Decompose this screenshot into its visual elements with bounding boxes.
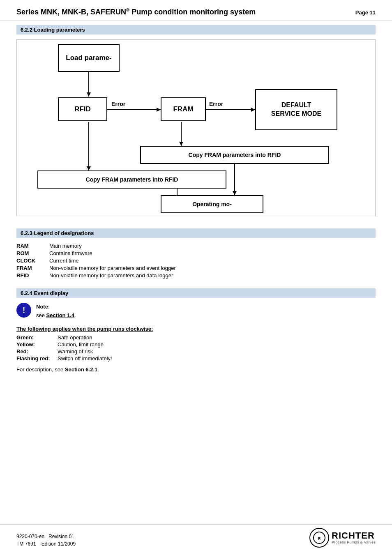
note-label: Note:: [36, 304, 50, 310]
rfid-box: RFID: [58, 97, 107, 121]
error-label-2: Error: [209, 101, 223, 107]
copy-fram-upper-box: Copy FRAM parameters into RFID: [140, 146, 329, 164]
section-623-heading: 6.2.3 Legend of designations: [16, 228, 376, 238]
svg-marker-5: [251, 108, 255, 112]
brand-name: RICHTER: [332, 531, 376, 540]
svg-marker-11: [233, 191, 237, 195]
note-icon: !: [16, 303, 31, 318]
legend-table: RAM Main memory ROM Contains firmware CL…: [16, 243, 376, 279]
footer-left: 9230-070-en Revision 01 TM 7691 Edition …: [16, 533, 76, 548]
svg-marker-7: [179, 142, 183, 146]
svg-marker-3: [157, 108, 161, 112]
section-622-heading: 6.2.2 Loading parameters: [16, 25, 376, 35]
see-section: For description, see Section 6.2.1.: [16, 366, 376, 373]
tm-number: TM 7691: [16, 541, 36, 547]
note-text: Note: see Section 1.4.: [36, 303, 76, 320]
svg-marker-1: [87, 92, 91, 97]
operating-box: Operating mo-: [161, 195, 263, 213]
color-row-red: Red: Warning of risk: [16, 348, 376, 355]
error-label-1: Error: [111, 101, 125, 107]
color-row-flashing-red: Flashing red: Switch off immediately!: [16, 355, 376, 362]
doc-number: 9230-070-en: [16, 534, 44, 539]
copy-fram-lower-box: Copy FRAM parameters into RFID: [37, 170, 226, 189]
edition: Edition 11/2009: [42, 541, 76, 547]
section-623: 6.2.3 Legend of designations RAM Main me…: [16, 228, 376, 279]
page-footer: 9230-070-en Revision 01 TM 7691 Edition …: [0, 524, 392, 548]
default-box: DEFAULT SERVICE MODE: [255, 89, 337, 130]
color-row-green: Green: Safe operation: [16, 334, 376, 341]
legend-row-rom: ROM Contains firmware: [16, 250, 376, 256]
following-applies: The following applies when the pump runs…: [16, 326, 376, 332]
fram-box: FRAM: [161, 97, 206, 121]
page-header: Series MNK, MNK-B, SAFERUN® Pump conditi…: [0, 0, 392, 21]
page-number: Page 11: [355, 9, 376, 16]
brand-sub: Process Pumps & Valves: [332, 540, 376, 544]
revision: Revision 01: [48, 534, 74, 539]
footer-logo: R RICHTER Process Pumps & Valves: [309, 528, 376, 548]
legend-row-fram: FRAM Non-volatile memory for parameters …: [16, 265, 376, 271]
flowchart-diagram: Load parame- RFID Error FRAM Error DEFAU…: [16, 39, 376, 216]
legend-row-rfid: RFID Non-volatile memory for parameters …: [16, 272, 376, 279]
note-box: ! Note: see Section 1.4.: [16, 303, 376, 320]
svg-marker-9: [87, 166, 91, 170]
page-title: Series MNK, MNK-B, SAFERUN® Pump conditi…: [16, 7, 256, 16]
color-table: Green: Safe operation Yellow: Caution, l…: [16, 334, 376, 362]
section-6-2-1-link[interactable]: Section 6.2.1: [65, 366, 97, 373]
legend-row-ram: RAM Main memory: [16, 243, 376, 249]
section-624: 6.2.4 Event display ! Note: see Section …: [16, 288, 376, 373]
section-622: 6.2.2 Loading parameters: [16, 25, 376, 216]
svg-text:R: R: [318, 537, 321, 541]
legend-row-clock: CLOCK Current time: [16, 258, 376, 264]
section-1-4-link[interactable]: Section 1.4: [46, 312, 75, 318]
section-624-heading: 6.2.4 Event display: [16, 288, 376, 298]
color-row-yellow: Yellow: Caution, limit range: [16, 341, 376, 348]
richter-circle-icon: R: [309, 528, 329, 548]
load-box: Load parame-: [58, 44, 120, 72]
